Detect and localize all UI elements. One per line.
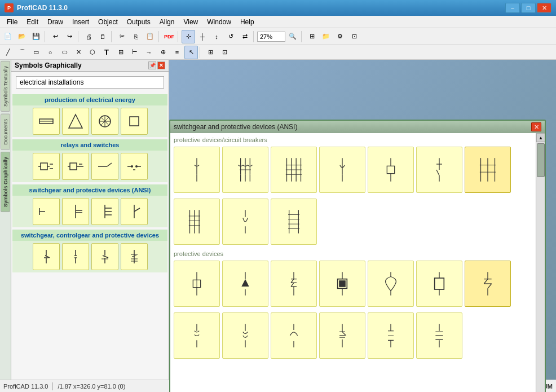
pin-button[interactable]: ⊢: [128, 46, 142, 59]
prot-dev-r2-sym-4[interactable]: [368, 312, 414, 359]
arc-button[interactable]: ⌒: [15, 46, 29, 59]
line-button[interactable]: ╱: [1, 46, 15, 59]
menu-align[interactable]: Align: [155, 17, 179, 27]
side-tab-symbols-graphically[interactable]: Symbols Graphically: [1, 152, 10, 212]
sym-production-3[interactable]: [121, 108, 148, 135]
zoom-out-button[interactable]: 🔍: [286, 30, 299, 43]
move-button[interactable]: ↕: [210, 30, 223, 43]
bus-button[interactable]: ≡: [170, 46, 184, 59]
cross-button[interactable]: ✕: [72, 46, 85, 59]
sym-relay-3[interactable]: [121, 153, 148, 180]
copy-button[interactable]: ⎘: [129, 30, 143, 43]
circuit-breaker-r2-sym-0[interactable]: [174, 199, 220, 245]
flip-button[interactable]: ⇄: [238, 30, 251, 43]
ellipse-button[interactable]: ⬭: [58, 46, 71, 59]
print-preview-button[interactable]: 🖨: [82, 30, 95, 43]
pdf-button[interactable]: PDF: [162, 30, 176, 43]
circuit-breaker-sym-0[interactable]: [174, 147, 220, 193]
circuit-breaker-r2-sym-2[interactable]: [271, 199, 317, 245]
sym-swg-ansi-2[interactable]: [91, 198, 118, 225]
menu-outputs[interactable]: Outputs: [122, 17, 155, 27]
sym-relay-0[interactable]: [33, 153, 60, 180]
prot-dev-r2-sym-3[interactable]: [319, 312, 365, 359]
category-dropdown[interactable]: electrical installations mechanical pneu…: [16, 76, 164, 89]
scroll-up-button[interactable]: ▲: [536, 133, 545, 142]
tb-btn-extra1[interactable]: ⊞: [305, 30, 319, 43]
scroll-thumb[interactable]: [537, 143, 545, 177]
tb-btn-extra4[interactable]: ⊡: [347, 30, 361, 43]
text-button[interactable]: T: [100, 46, 113, 59]
prot-dev-sym-2[interactable]: [271, 261, 317, 307]
circuit-breaker-sym-2[interactable]: [271, 147, 317, 193]
float-panel-close-button[interactable]: ✕: [531, 122, 541, 131]
menu-view[interactable]: View: [179, 17, 202, 27]
prot-dev-sym-3[interactable]: [319, 261, 365, 307]
category-switchgear-ansi-title[interactable]: switchgear and protective devices (ANSI): [12, 184, 167, 196]
print-button[interactable]: 🗒: [96, 30, 109, 43]
open-button[interactable]: 📂: [15, 30, 29, 43]
sym-swg-cont-2[interactable]: [91, 243, 118, 270]
junction-button[interactable]: ⊕: [156, 46, 170, 59]
prot-dev-r2-sym-2[interactable]: [271, 312, 317, 359]
menu-object[interactable]: Object: [94, 17, 122, 27]
wire-button[interactable]: ┼: [196, 30, 209, 43]
maximize-button[interactable]: □: [521, 3, 536, 13]
prot-dev-r2-sym-1[interactable]: [222, 312, 268, 359]
sym-swg-ansi-1[interactable]: [62, 198, 89, 225]
category-production-title[interactable]: production of electrical energy: [12, 94, 167, 105]
zoom-input[interactable]: 27%: [257, 32, 285, 42]
poly-button[interactable]: ⬡: [86, 46, 99, 59]
rect-button[interactable]: ▭: [29, 46, 43, 59]
snap-button[interactable]: ⊡: [218, 46, 231, 59]
category-relays-title[interactable]: relays and switches: [12, 139, 167, 151]
menu-file[interactable]: File: [2, 17, 22, 27]
sym-production-0[interactable]: [33, 108, 60, 135]
circuit-breaker-sym-6[interactable]: [465, 147, 511, 193]
menu-help[interactable]: Help: [236, 17, 259, 27]
pointer-button[interactable]: ↖: [184, 46, 198, 59]
prot-dev-sym-0[interactable]: [174, 261, 220, 307]
new-button[interactable]: 📄: [1, 30, 15, 43]
circuit-breaker-sym-5[interactable]: [416, 147, 462, 193]
undo-button[interactable]: ↩: [48, 30, 62, 43]
prot-dev-sym-5[interactable]: [416, 261, 462, 307]
save-button[interactable]: 💾: [29, 30, 43, 43]
sym-swg-cont-1[interactable]: [62, 243, 89, 270]
circuit-breaker-sym-1[interactable]: [222, 147, 268, 193]
sym-swg-ansi-3[interactable]: [121, 198, 148, 225]
tb-btn-extra2[interactable]: 📁: [319, 30, 333, 43]
tb-btn-extra3[interactable]: ⚙: [333, 30, 347, 43]
menu-edit[interactable]: Edit: [22, 17, 43, 27]
circuit-breaker-sym-3[interactable]: [319, 147, 365, 193]
prot-dev-sym-4[interactable]: [368, 261, 414, 307]
close-window-button[interactable]: ✕: [537, 3, 551, 13]
circuit-breaker-sym-4[interactable]: [368, 147, 414, 193]
menu-insert[interactable]: Insert: [68, 17, 94, 27]
arrow-button[interactable]: →: [142, 46, 156, 59]
circle-button[interactable]: ○: [43, 46, 57, 59]
sym-relay-2[interactable]: [91, 153, 118, 180]
panel-close-button[interactable]: ✕: [157, 61, 165, 69]
sym-swg-cont-0[interactable]: [33, 243, 60, 270]
sym-relay-1[interactable]: [62, 153, 89, 180]
prot-dev-r2-sym-5[interactable]: [416, 312, 462, 359]
float-panel-scrollbar[interactable]: ▲ ▼: [536, 133, 545, 392]
prot-dev-r2-sym-0[interactable]: [174, 312, 220, 359]
menu-draw[interactable]: Draw: [43, 17, 68, 27]
cut-button[interactable]: ✂: [115, 30, 129, 43]
minimize-button[interactable]: −: [505, 3, 520, 13]
side-tab-documents[interactable]: Documents: [1, 114, 10, 150]
panel-pin-button[interactable]: 📌: [148, 61, 156, 69]
sym-production-2[interactable]: [91, 108, 118, 135]
category-switchgear-cont-title[interactable]: switchgear, controlgear and protective d…: [12, 230, 167, 241]
redo-button[interactable]: ↪: [63, 30, 76, 43]
sym-swg-ansi-0[interactable]: [33, 198, 60, 225]
side-tab-symbols-textually[interactable]: Symbols Textually: [1, 61, 10, 112]
sym-production-1[interactable]: [62, 108, 89, 135]
prot-dev-sym-1[interactable]: [222, 261, 268, 307]
circuit-breaker-r2-sym-1[interactable]: [222, 199, 268, 245]
select-button[interactable]: ⊹: [182, 30, 195, 43]
rotate-button[interactable]: ↺: [224, 30, 237, 43]
menu-window[interactable]: Window: [202, 17, 236, 27]
table-button[interactable]: ⊞: [114, 46, 127, 59]
